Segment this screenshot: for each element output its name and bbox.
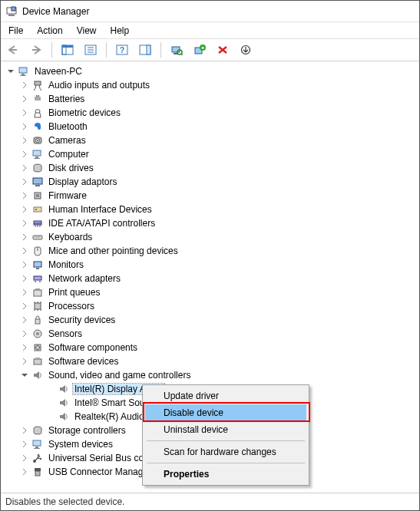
expander-icon[interactable] (19, 121, 30, 132)
menu-separator (147, 440, 305, 441)
expander-icon[interactable] (19, 246, 30, 256)
device-icon (31, 314, 44, 326)
category-node[interactable]: Keyboards (2, 230, 419, 244)
menu-file[interactable]: File (8, 25, 23, 36)
device-icon (31, 217, 44, 229)
category-node[interactable]: Mice and other pointing devices (2, 244, 419, 258)
menu-disable-device[interactable]: Disable device (145, 404, 306, 421)
device-label: Sensors (47, 328, 84, 339)
separator (160, 42, 161, 58)
menubar: File Action View Help (1, 22, 419, 39)
menu-update-driver[interactable]: Update driver (145, 387, 306, 404)
app-icon (5, 5, 18, 18)
expander-icon[interactable] (19, 149, 30, 160)
category-node[interactable]: Biometric devices (2, 106, 419, 120)
device-icon (31, 162, 44, 174)
svg-rect-76 (35, 358, 40, 359)
category-node[interactable]: Firmware (2, 189, 419, 203)
expander-icon[interactable] (19, 232, 30, 242)
expander-icon[interactable] (19, 204, 30, 215)
expander-icon[interactable] (19, 301, 30, 312)
menu-scan-hardware[interactable]: Scan for hardware changes (145, 443, 306, 460)
menu-help[interactable]: Help (111, 25, 130, 36)
svg-rect-39 (35, 157, 38, 158)
device-icon (31, 286, 44, 298)
device-label: Mice and other pointing devices (47, 246, 180, 256)
expander-icon[interactable] (19, 315, 30, 325)
expander-icon[interactable] (19, 466, 30, 477)
svg-rect-29 (35, 81, 41, 85)
device-label: System devices (47, 439, 114, 450)
expander-icon[interactable] (19, 342, 30, 353)
category-node[interactable]: IDE ATA/ATAPI controllers (2, 216, 419, 230)
category-node[interactable]: Human Interface Devices (2, 203, 419, 216)
category-node[interactable]: Bluetooth (2, 120, 419, 134)
uninstall-button[interactable] (213, 41, 232, 59)
expander-icon[interactable] (19, 135, 30, 146)
expander-icon[interactable] (5, 66, 16, 77)
category-node[interactable]: Security devices (2, 313, 419, 327)
menu-view[interactable]: View (77, 25, 97, 36)
menu-uninstall-device[interactable]: Uninstall device (145, 421, 306, 438)
expander-icon[interactable] (19, 94, 30, 104)
expander-icon[interactable] (19, 190, 30, 201)
expander-icon[interactable] (19, 425, 30, 436)
action-pane-button[interactable] (136, 41, 154, 59)
expander-icon[interactable] (19, 453, 30, 463)
forward-button[interactable] (27, 41, 45, 59)
category-node[interactable]: Disk drives (2, 161, 419, 175)
device-label: Software components (47, 342, 139, 353)
expander-icon[interactable] (19, 163, 30, 173)
help-button[interactable]: ? (113, 41, 131, 59)
menu-properties[interactable]: Properties (145, 466, 306, 483)
expander-icon[interactable] (19, 328, 30, 339)
category-node[interactable]: Audio inputs and outputs (2, 78, 419, 92)
category-node[interactable]: Batteries (2, 92, 419, 106)
device-label: Batteries (47, 94, 86, 104)
svg-rect-78 (33, 440, 41, 446)
svg-text:+: + (201, 45, 205, 51)
svg-rect-62 (35, 288, 40, 290)
category-node[interactable]: Sensors (2, 327, 419, 341)
svg-rect-38 (33, 150, 41, 156)
svg-rect-16 (172, 47, 180, 52)
category-node[interactable]: Display adaptors (2, 175, 419, 189)
svg-rect-1 (8, 15, 15, 16)
category-node[interactable]: Cameras (2, 134, 419, 147)
device-icon (31, 203, 44, 216)
menu-action[interactable]: Action (37, 25, 62, 36)
expander-icon[interactable] (19, 370, 30, 381)
device-icon (58, 397, 70, 409)
scan-hardware-button[interactable] (167, 41, 186, 59)
expander-icon[interactable] (19, 107, 30, 118)
expander-icon[interactable] (19, 218, 30, 229)
show-hide-tree-button[interactable] (58, 41, 77, 59)
category-node[interactable]: Monitors (2, 258, 419, 272)
category-node[interactable]: Print queues (2, 285, 419, 299)
category-node[interactable]: Processors (2, 299, 419, 313)
add-legacy-button[interactable]: + (190, 41, 209, 59)
device-label: Software devices (47, 356, 120, 367)
disable-button[interactable] (236, 41, 255, 59)
expander-icon[interactable] (19, 80, 30, 91)
svg-rect-75 (34, 359, 41, 364)
category-node[interactable]: Software devices (2, 354, 419, 368)
expander-icon[interactable] (19, 439, 30, 450)
svg-rect-30 (35, 97, 41, 101)
expander-icon[interactable] (19, 273, 30, 284)
properties-button[interactable] (81, 41, 100, 59)
expander-icon[interactable] (19, 259, 30, 270)
expander-icon[interactable] (19, 287, 30, 298)
root-node[interactable]: Naveen-PC (2, 64, 419, 78)
category-node[interactable]: Network adapters (2, 272, 419, 285)
device-icon (31, 369, 44, 381)
toolbar: ? + (1, 39, 419, 61)
category-node[interactable]: Software components (2, 341, 419, 354)
expander-icon[interactable] (19, 356, 30, 367)
back-button[interactable] (4, 41, 22, 59)
svg-rect-63 (35, 303, 41, 309)
svg-rect-61 (34, 290, 41, 296)
category-sound[interactable]: Sound, video and game controllers (2, 368, 419, 382)
expander-icon[interactable] (19, 176, 30, 187)
category-node[interactable]: Computer (2, 147, 419, 161)
